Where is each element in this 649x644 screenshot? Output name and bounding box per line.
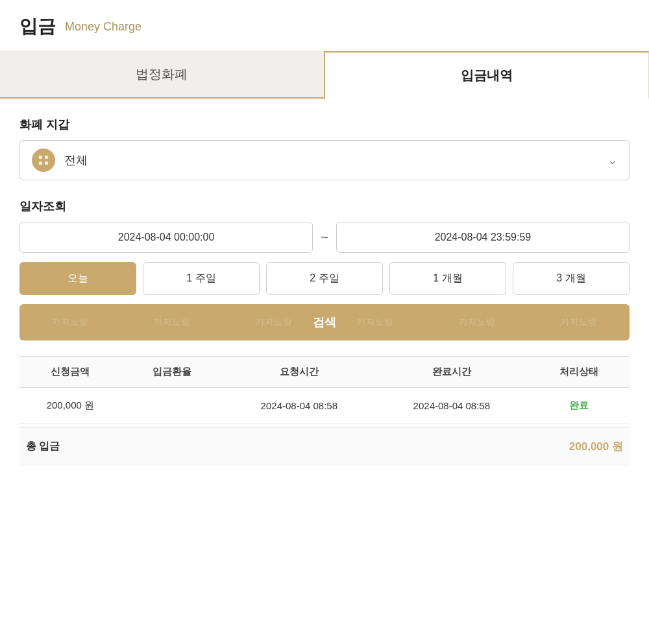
col-header-complete-time: 완료시간 — [375, 366, 528, 378]
page-title-korean: 입금 — [19, 14, 56, 39]
cell-status: 완료 — [528, 400, 630, 412]
table-row: 200,000 원 2024-08-04 08:58 2024-08-04 08… — [19, 388, 630, 424]
cell-complete-time: 2024-08-04 08:58 — [375, 400, 528, 411]
quick-btn-today[interactable]: 오늘 — [19, 262, 136, 295]
footer-value: 200,000 원 — [569, 439, 623, 454]
date-range-row: ~ — [19, 222, 630, 253]
table-header: 신청금액 입금환율 요청시간 완료시간 처리상태 — [19, 356, 630, 388]
quick-btn-3months[interactable]: 3 개월 — [513, 262, 630, 295]
footer-label: 총 입금 — [26, 440, 60, 453]
quick-btn-1month[interactable]: 1 개월 — [389, 262, 506, 295]
col-header-status: 처리상태 — [528, 366, 630, 378]
page-title-english: Money Charge — [65, 20, 141, 34]
svg-point-2 — [39, 161, 42, 165]
wallet-select-wrapper: 전체 ⌄ — [19, 140, 630, 180]
quick-btn-1week[interactable]: 1 주일 — [143, 262, 260, 295]
quick-date-row: 오늘 1 주일 2 주일 1 개월 3 개월 — [19, 262, 630, 295]
wallet-svg-icon — [36, 153, 51, 167]
tab-history[interactable]: 입금내역 — [324, 51, 650, 99]
cell-request-time: 2024-08-04 08:58 — [223, 400, 375, 411]
date-to-input[interactable] — [336, 222, 630, 253]
svg-point-1 — [45, 156, 49, 160]
date-from-input[interactable] — [19, 222, 313, 253]
col-header-request-time: 요청시간 — [223, 366, 375, 378]
svg-point-0 — [39, 156, 42, 160]
quick-btn-2weeks[interactable]: 2 주일 — [266, 262, 383, 295]
date-section-label: 일자조회 — [19, 198, 630, 214]
date-tilde: ~ — [321, 230, 328, 245]
tab-legal[interactable]: 법정화폐 — [0, 51, 324, 97]
svg-point-3 — [45, 161, 49, 165]
table-footer: 총 입금 200,000 원 — [19, 427, 630, 466]
cell-amount: 200,000 원 — [19, 400, 121, 412]
col-header-amount: 신청금액 — [19, 366, 121, 378]
content-area: 화폐 지갑 전체 ⌄ 일자조회 ~ 오늘 1 주일 2 주일 1 개월 3 개월 — [0, 99, 649, 484]
tabs-container: 법정화폐 입금내역 — [0, 51, 649, 99]
search-button[interactable]: 검색 카지노방카지노방카지노방카지노방카지노방카지노방 — [19, 304, 630, 340]
wallet-selected-label: 전체 — [64, 152, 598, 168]
search-button-label: 검색 — [313, 316, 336, 329]
page-header: 입금 Money Charge — [0, 0, 649, 51]
wallet-select[interactable]: 전체 ⌄ — [19, 140, 630, 180]
wallet-section-label: 화폐 지갑 — [19, 117, 630, 132]
col-header-rate: 입금환율 — [121, 366, 223, 378]
chevron-down-icon: ⌄ — [607, 153, 617, 167]
wallet-icon — [32, 149, 55, 172]
